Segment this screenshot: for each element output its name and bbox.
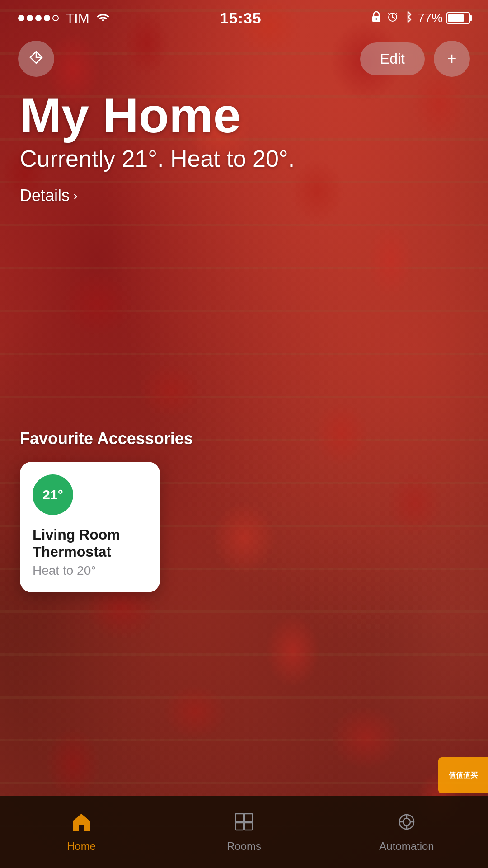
tab-home-label: Home [67,840,96,853]
location-button[interactable] [18,41,54,77]
wifi-icon [96,11,110,25]
details-link[interactable]: Details › [20,186,468,205]
battery-indicator: 77% [418,11,470,25]
temperature-badge: 21° [33,474,73,515]
tab-rooms-label: Rooms [227,840,261,853]
location-icon [28,50,44,68]
signal-dot-1 [18,15,24,21]
add-button[interactable]: + [434,41,470,77]
svg-rect-7 [244,814,253,822]
thermostat-card[interactable]: 21° Living Room Thermostat Heat to 20° [20,462,160,592]
watermark-text: 值值值买 [449,771,478,779]
automation-icon [396,812,417,836]
signal-dot-2 [27,15,33,21]
device-name: Living Room Thermostat [33,526,147,561]
home-title: My Home [20,90,468,140]
status-time: 15:35 [220,9,262,27]
bluetooth-icon [404,11,412,25]
details-chevron-icon: › [73,188,78,203]
tab-rooms[interactable]: Rooms [208,812,280,853]
device-status: Heat to 20° [33,563,147,578]
home-icon [71,812,92,836]
status-bar: TIM 15:35 [0,0,488,36]
signal-dots [18,15,59,21]
hero-content: My Home Currently 21°. Heat to 20°. Deta… [0,90,488,205]
tab-automation-label: Automation [379,840,434,853]
device-name-line2: Thermostat [33,544,111,560]
section-title: Favourite Accessories [20,429,468,448]
svg-rect-6 [235,814,244,822]
svg-rect-9 [244,823,253,830]
signal-dot-4 [44,15,50,21]
battery-percentage: 77% [418,11,443,25]
svg-point-0 [102,19,103,21]
status-right: 77% [371,11,470,25]
battery-body [446,12,470,24]
home-subtitle: Currently 21°. Heat to 20°. [20,145,468,173]
watermark-badge: 值值值买 [438,757,488,793]
details-label: Details [20,186,70,205]
status-left: TIM [18,10,110,26]
tab-automation[interactable]: Automation [371,812,443,853]
svg-point-11 [403,818,410,826]
signal-dot-5 [52,15,59,21]
svg-point-2 [375,18,377,20]
add-icon: + [447,51,456,67]
accessories-section: Favourite Accessories 21° Living Room Th… [0,429,488,592]
temperature-value: 21° [42,487,63,502]
device-name-line1: Living Room [33,526,120,543]
tab-home[interactable]: Home [45,812,117,853]
top-actions: Edit + [0,41,488,77]
top-right-actions: Edit + [360,41,470,77]
battery-fill [448,14,464,22]
rooms-icon [234,812,254,836]
carrier-name: TIM [66,10,89,26]
alarm-icon [387,11,399,25]
signal-dot-3 [35,15,42,21]
svg-rect-8 [235,823,244,830]
lock-icon [371,11,381,25]
edit-button[interactable]: Edit [360,42,425,75]
tab-bar: Home Rooms Automation [0,796,488,868]
svg-line-5 [393,17,394,18]
edit-button-label: Edit [380,51,405,67]
